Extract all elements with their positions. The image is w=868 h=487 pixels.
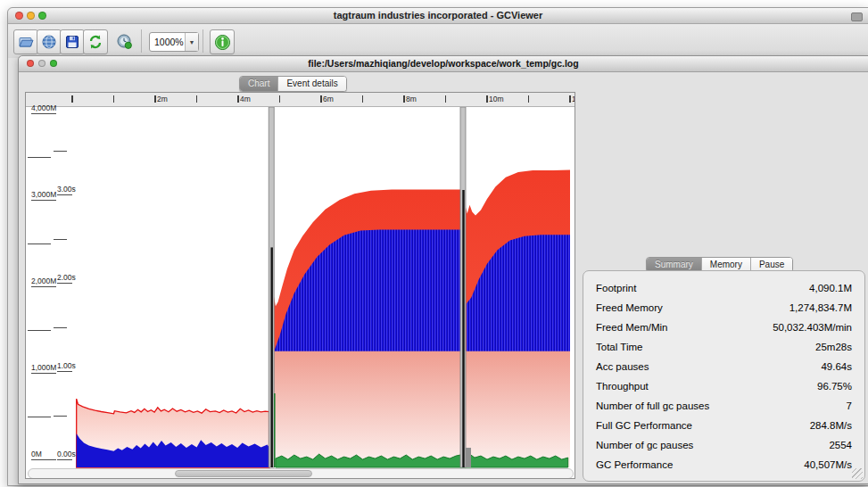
summary-row-label: Number of full gc pauses (596, 400, 709, 411)
x-tick (196, 95, 198, 103)
memory-axis-tick (28, 244, 51, 244)
summary-row-value: 284.8M/s (810, 420, 852, 431)
info-icon (214, 34, 231, 51)
x-tick (403, 95, 405, 103)
summary-row-label: Footprint (596, 283, 636, 293)
chart-panel: 2m4m6m8m10m12m 4,000M3,000M2,000M1,000M0… (25, 92, 575, 479)
summary-row-label: Acc pauses (596, 361, 649, 372)
x-tick-label: 12m (572, 95, 575, 103)
x-tick (279, 95, 281, 103)
refresh-button[interactable] (83, 29, 108, 54)
summary-row-value: 96.75% (817, 381, 852, 392)
summary-panel: Footprint4,090.1MFreed Memory1,274,834.7… (583, 270, 865, 482)
series-used-tenured (274, 351, 571, 467)
summary-row-label: Freed Mem/Min (596, 322, 668, 333)
pause-axis-tick (54, 151, 67, 152)
summary-row-value: 25m28s (815, 342, 852, 352)
x-tick (528, 95, 530, 103)
memory-axis-label: 0M (31, 450, 56, 460)
summary-row-value: 49.64s (821, 361, 852, 372)
summary-row-value: 7 (847, 400, 852, 411)
watch-icon (116, 33, 133, 50)
x-tick (569, 95, 571, 103)
toolbar-separator (203, 29, 203, 53)
summary-rows: Footprint4,090.1MFreed Memory1,274,834.7… (583, 278, 864, 475)
toolbar: 1000% ▼ (8, 24, 868, 58)
summary-row: Number of full gc pauses7 (583, 396, 864, 416)
memory-axis-label: 3,000M (31, 190, 56, 201)
pause-axis-tick (54, 327, 67, 328)
summary-row: Footprint4,090.1M (583, 278, 864, 298)
document-titlebar[interactable]: file:/Users/mazhiqiang/develop/workspace… (19, 56, 868, 72)
globe-icon (41, 34, 57, 50)
x-tick (445, 95, 447, 103)
save-icon (64, 34, 80, 50)
gc-chart-svg (70, 107, 570, 468)
pause-axis-tick (54, 416, 67, 417)
pause-axis-label: 1.00s (57, 361, 72, 372)
x-tick (71, 95, 73, 103)
pause-axis-label: 3.00s (57, 185, 72, 195)
x-tick-label: 4m (240, 95, 251, 103)
x-tick-label: 2m (157, 95, 168, 103)
view-tabs: ChartEvent details (239, 76, 347, 92)
h-scrollbar-thumb[interactable] (175, 470, 312, 477)
summary-row: Freed Memory1,274,834.7M (583, 298, 864, 318)
toolbar-separator (141, 29, 142, 53)
summary-row-label: Freed Memory (596, 302, 663, 313)
summary-row: Total Time25m28s (583, 337, 864, 357)
main-titlebar[interactable]: tagtraum industries incorporated - GCVie… (8, 8, 868, 24)
summary-row-value: 50,032.403M/min (773, 322, 852, 333)
recycle-arrows-icon (87, 34, 103, 50)
summary-row-value: 2554 (829, 440, 852, 450)
zoom-value: 1000% (150, 37, 185, 47)
summary-row: Freed Mem/Min50,032.403M/min (583, 318, 864, 337)
x-tick-label: 6m (323, 95, 334, 103)
tab-event-details[interactable]: Event details (278, 77, 345, 91)
summary-row-label: Number of gc pauses (596, 440, 693, 450)
window-title: tagtraum industries incorporated - GCVie… (8, 10, 868, 21)
summary-row-value: 1,274,834.7M (789, 302, 852, 313)
memory-axis-label: 2,000M (31, 277, 56, 287)
summary-row-label: Total Time (596, 342, 642, 352)
pause-axis-label: 2.00s (57, 273, 72, 284)
summary-row-label: GC Performance (596, 459, 673, 470)
pause-axis-label: 0.00s (57, 450, 72, 460)
summary-row-value: 40,507M/s (804, 459, 852, 470)
tab-chart[interactable]: Chart (240, 77, 278, 91)
memory-axis-label: 1,000M (31, 363, 56, 374)
summary-row: GC Performance40,507M/s (583, 455, 864, 475)
resize-grip-icon[interactable] (852, 468, 863, 479)
about-button[interactable] (210, 29, 235, 54)
memory-axis-label: 4,000M (31, 103, 56, 114)
memory-axis-tick (28, 157, 51, 158)
x-tick (237, 95, 239, 103)
folder-icon (18, 34, 35, 50)
x-tick-label: 8m (406, 95, 417, 103)
x-tick (154, 95, 156, 103)
pause-axis-tick (54, 239, 67, 240)
toolbar-toggle-button[interactable] (851, 12, 863, 21)
summary-row: Throughput96.75% (583, 376, 864, 396)
x-tick (486, 95, 488, 103)
summary-row: Number of gc pauses2554 (583, 435, 864, 455)
x-tick (113, 95, 115, 103)
summary-row-label: Throughput (596, 381, 649, 392)
summary-row: Full GC Performance284.8M/s (583, 416, 864, 435)
memory-axis-tick (28, 417, 51, 417)
gc-pause-bar (466, 448, 471, 467)
summary-row-value: 4,090.1M (809, 283, 852, 293)
memory-axis-tick (28, 330, 51, 331)
summary-row: Acc pauses49.64s (583, 357, 864, 376)
watch-button[interactable] (112, 29, 136, 53)
x-tick (362, 95, 364, 103)
document-title: file:/Users/mazhiqiang/develop/workspace… (19, 58, 868, 69)
open-file-button[interactable] (13, 29, 38, 54)
x-tick (320, 95, 322, 103)
summary-row-label: Full GC Performance (596, 420, 692, 431)
chevron-down-icon[interactable]: ▼ (185, 33, 198, 51)
export-button[interactable] (60, 29, 85, 54)
zoom-select[interactable]: 1000% ▼ (149, 32, 199, 52)
open-url-button[interactable] (37, 29, 62, 54)
h-scrollbar[interactable] (28, 468, 574, 479)
